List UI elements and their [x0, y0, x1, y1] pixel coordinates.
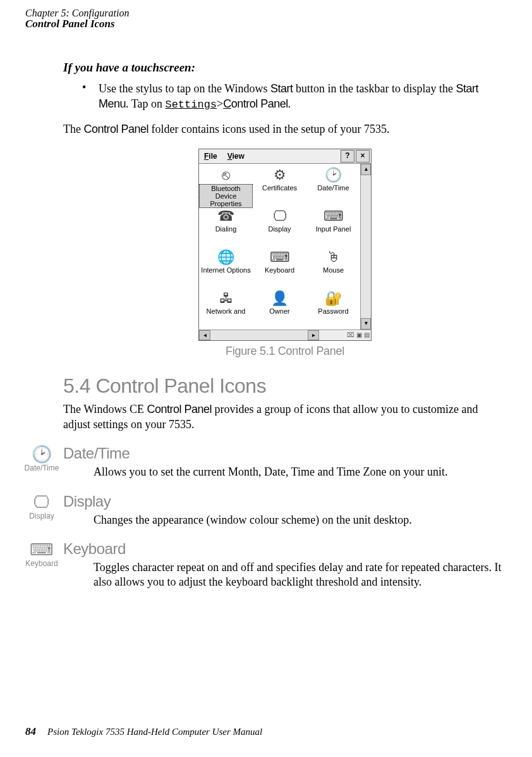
input-panel-icon: ⌨ — [306, 207, 360, 225]
cp-item-input-panel[interactable]: ⌨Input Panel — [306, 207, 360, 249]
folder-paragraph: The Control Panel folder contains icons … — [63, 121, 507, 137]
cp-item-owner[interactable]: 👤Owner — [253, 290, 306, 331]
bluetooth-icon: ⎋ — [199, 166, 253, 184]
scroll-right-button[interactable]: ▸ — [308, 330, 319, 340]
certificates-icon: ⚙ — [253, 166, 306, 184]
cp-item-display[interactable]: 🖵Display — [253, 207, 306, 249]
display-section: 🖵 Display Display Changes the appearance… — [63, 493, 507, 527]
hscroll-track[interactable] — [210, 330, 308, 340]
help-button[interactable]: ? — [341, 150, 354, 163]
cp-item-mouse[interactable]: 🖰Mouse — [306, 249, 360, 290]
scroll-left-button[interactable]: ◂ — [199, 330, 210, 340]
menu-file[interactable]: File — [199, 152, 222, 161]
datetime-section: 🕑 Date/Time Date/Time Allows you to set … — [63, 445, 507, 479]
page-footer: 84Psion Teklogix 7535 Hand-Held Computer… — [25, 725, 262, 738]
figure-caption: Figure 5.1 Control Panel — [63, 345, 507, 358]
clock-icon: 🕑 — [306, 166, 360, 184]
cp-item-certificates[interactable]: ⚙Certificates — [253, 166, 306, 207]
scroll-down-button[interactable]: ▾ — [361, 318, 371, 329]
scroll-track[interactable] — [361, 175, 371, 318]
bullet-marker: • — [82, 81, 99, 113]
scroll-up-button[interactable]: ▴ — [361, 164, 371, 175]
close-button[interactable]: × — [356, 150, 370, 163]
mouse-icon: 🖰 — [306, 249, 360, 266]
keyboard-side-icon: ⌨ Keyboard — [23, 541, 61, 568]
datetime-body: Allows you to set the current Month, Dat… — [94, 465, 507, 479]
bullet-item: • Use the stylus to tap on the Windows S… — [82, 81, 507, 113]
lock-icon: 🔐 — [306, 290, 360, 307]
cp-item-datetime[interactable]: 🕑Date/Time — [306, 166, 360, 207]
vertical-scrollbar[interactable]: ▴ ▾ — [360, 164, 371, 329]
datetime-side-icon: 🕑 Date/Time — [23, 446, 61, 472]
clock-icon: 🕑 — [23, 446, 61, 462]
keyboard-icon: ⌨ — [23, 541, 61, 558]
touchscreen-heading: If you have a touchscreen: — [63, 61, 507, 75]
keyboard-icon: ⌨ — [253, 249, 306, 266]
section-intro: The Windows CE Control Panel provides a … — [63, 402, 507, 433]
bullet-text: Use the stylus to tap on the Windows Sta… — [99, 81, 507, 113]
network-icon: 🖧 — [199, 290, 253, 307]
cp-item-keyboard[interactable]: ⌨Keyboard — [253, 249, 306, 290]
cp-item-network[interactable]: 🖧Network and — [199, 290, 253, 331]
icon-grid: ⎋Bluetooth Device Properties ⚙Certificat… — [199, 164, 360, 329]
display-icon: 🖵 — [253, 207, 306, 225]
status-icons: ⌧ ▣ ▤ — [319, 330, 371, 340]
section-heading-5-4: 5.4 Control Panel Icons — [63, 374, 507, 398]
page-number: 84 — [25, 725, 36, 737]
display-body: Changes the appearance (window colour sc… — [94, 513, 507, 527]
datetime-heading: Date/Time — [63, 445, 507, 462]
header-section-title: Control Panel Icons — [25, 18, 507, 30]
phone-icon: ☎ — [199, 207, 253, 225]
menu-view[interactable]: View — [222, 152, 250, 161]
cp-item-dialing[interactable]: ☎Dialing — [199, 207, 253, 249]
display-side-icon: 🖵 Display — [23, 494, 61, 520]
keyboard-section: ⌨ Keyboard Keyboard Toggles character re… — [63, 540, 507, 590]
globe-icon: 🌐 — [199, 249, 253, 266]
owner-icon: 👤 — [253, 290, 306, 307]
display-icon: 🖵 — [23, 494, 61, 510]
cp-item-internet[interactable]: 🌐Internet Options — [199, 249, 253, 290]
cp-item-bluetooth[interactable]: ⎋Bluetooth Device Properties — [199, 166, 253, 207]
cp-item-password[interactable]: 🔐Password — [306, 290, 360, 331]
display-heading: Display — [63, 493, 507, 510]
keyboard-body: Toggles character repeat on and off and … — [94, 560, 507, 590]
keyboard-heading: Keyboard — [63, 540, 507, 558]
control-panel-window: File View ? × ⎋Bluetooth Device Properti… — [198, 149, 372, 341]
horizontal-scrollbar[interactable]: ◂ ▸ — [199, 330, 319, 340]
manual-title: Psion Teklogix 7535 Hand-Held Computer U… — [47, 727, 262, 737]
menubar: File View ? × — [199, 149, 371, 164]
